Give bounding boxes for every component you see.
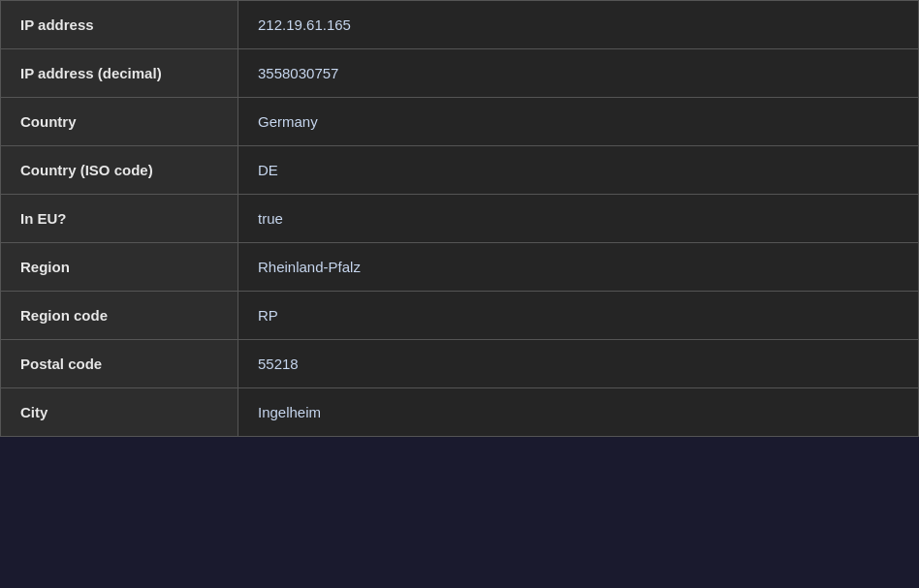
row-label-2: Country <box>1 98 238 146</box>
row-value-1: 3558030757 <box>238 49 919 98</box>
table-row: IP address (decimal)3558030757 <box>1 49 919 98</box>
row-label-5: Region <box>1 243 238 292</box>
row-label-1: IP address (decimal) <box>1 49 238 98</box>
table-row: RegionRheinland-Pfalz <box>1 243 919 292</box>
row-label-4: In EU? <box>1 195 238 243</box>
row-value-0: 212.19.61.165 <box>238 1 919 49</box>
table-row: Postal code55218 <box>1 340 919 388</box>
ip-info-table: IP address212.19.61.165IP address (decim… <box>0 0 919 437</box>
table-row: Region codeRP <box>1 292 919 340</box>
row-label-6: Region code <box>1 292 238 340</box>
row-value-5: Rheinland-Pfalz <box>238 243 919 292</box>
row-label-8: City <box>1 388 238 437</box>
row-value-4: true <box>238 195 919 243</box>
row-value-6: RP <box>238 292 919 340</box>
table-row: IP address212.19.61.165 <box>1 1 919 49</box>
row-value-7: 55218 <box>238 340 919 388</box>
table-row: Country (ISO code)DE <box>1 146 919 195</box>
row-value-3: DE <box>238 146 919 195</box>
row-value-2: Germany <box>238 98 919 146</box>
table-row: CountryGermany <box>1 98 919 146</box>
row-label-3: Country (ISO code) <box>1 146 238 195</box>
row-label-0: IP address <box>1 1 238 49</box>
table-row: CityIngelheim <box>1 388 919 437</box>
row-label-7: Postal code <box>1 340 238 388</box>
row-value-8: Ingelheim <box>238 388 919 437</box>
table-row: In EU?true <box>1 195 919 243</box>
